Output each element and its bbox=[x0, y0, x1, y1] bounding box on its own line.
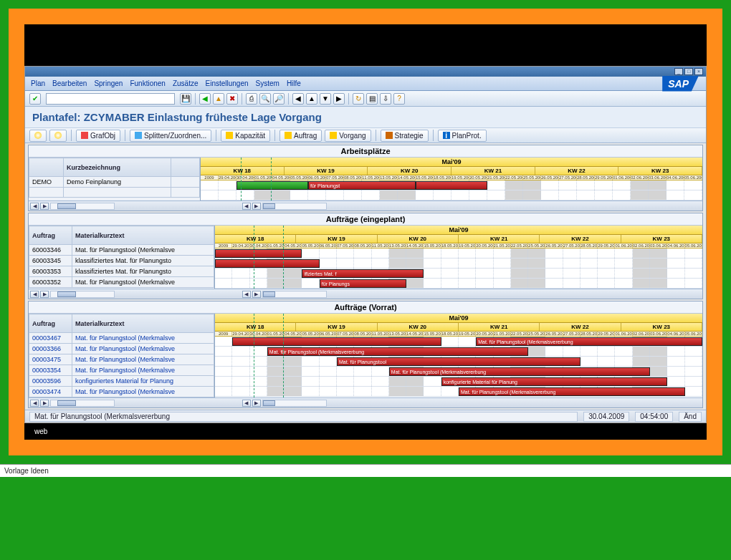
week-header: KW 18 bbox=[215, 323, 296, 331]
gantt-bar[interactable] bbox=[232, 337, 441, 346]
day-header: 06.05.2009 bbox=[308, 175, 326, 180]
timeline-row[interactable]: Mat. für Planungstool (Merkmalsvererbung bbox=[215, 337, 702, 347]
scroll-track2[interactable] bbox=[262, 203, 327, 210]
menu-zusaetze[interactable]: Zusätze bbox=[173, 79, 199, 87]
grafobj-button[interactable]: GrafObj bbox=[76, 130, 120, 142]
table-row[interactable]: 00003474Mat. für Planungstool (Merkmalsv… bbox=[29, 387, 214, 397]
scroll-left-icon[interactable]: ◀ bbox=[30, 203, 39, 210]
find-icon[interactable]: 🔍 bbox=[259, 93, 271, 105]
kapazitaet-button[interactable]: Kapazität bbox=[221, 130, 270, 142]
menu-hilfe[interactable]: Hilfe bbox=[287, 79, 301, 87]
col-blank[interactable] bbox=[29, 158, 64, 177]
gantt-bar[interactable]: für Planungst bbox=[308, 181, 416, 190]
day-header: 20.05.2009 bbox=[469, 175, 487, 180]
auftrag-button[interactable]: Auftrag bbox=[280, 130, 322, 142]
gantt-bar[interactable]: iflziertes Mat. f bbox=[302, 269, 424, 278]
table-row[interactable]: 00003596konfiguriertes Material für Plan… bbox=[29, 376, 214, 387]
col-auftrag[interactable]: Auftrag bbox=[29, 314, 72, 333]
gantt-bar[interactable] bbox=[215, 249, 302, 258]
minimize-button[interactable]: _ bbox=[674, 68, 683, 75]
app-toolbar: GrafObj Splitten/Zuordnen... Kapazität A… bbox=[25, 127, 706, 143]
help-icon[interactable]: ? bbox=[393, 93, 405, 105]
cancel-icon[interactable]: ✖ bbox=[226, 93, 238, 105]
planprot-button[interactable]: iPlanProt. bbox=[438, 130, 487, 142]
scroll-left-icon[interactable]: ◀ bbox=[30, 291, 39, 298]
maximize-button[interactable]: □ bbox=[684, 68, 693, 75]
strategie-button[interactable]: Strategie bbox=[381, 130, 429, 142]
table-row[interactable]: 00003354Mat. für Planungstool (Merkmalsv… bbox=[29, 365, 214, 376]
find-next-icon[interactable]: 🔎 bbox=[273, 93, 285, 105]
print-icon[interactable]: ⎙ bbox=[246, 93, 257, 105]
timeline-row[interactable]: Mat. für Planungstool (Merkmalsvererbung bbox=[215, 347, 702, 357]
table-row[interactable]: 00003467Mat. für Planungstool (Merkmalsv… bbox=[29, 333, 214, 344]
section-title: Aufträge (Vorrat) bbox=[29, 301, 702, 314]
close-button[interactable]: × bbox=[694, 68, 703, 75]
splitten-button[interactable]: Splitten/Zuordnen... bbox=[130, 130, 211, 142]
gantt-bar[interactable]: Mat. für Planungstool (Merkmalsvererbung bbox=[459, 387, 685, 396]
timeline-row[interactable] bbox=[215, 259, 702, 269]
gantt-bar[interactable]: Mat. für Planungstool (Merkmalsvererbung bbox=[389, 367, 650, 376]
exit-icon[interactable]: ▲ bbox=[213, 93, 224, 105]
check-icon[interactable]: ✔ bbox=[29, 93, 41, 105]
menu-springen[interactable]: Springen bbox=[94, 79, 123, 87]
col-material[interactable]: Materialkurztext bbox=[72, 314, 214, 333]
scroll-right-icon[interactable]: ▶ bbox=[40, 291, 49, 298]
table-row[interactable]: 60003345klassifiziertes Mat. für Planung… bbox=[29, 256, 214, 266]
section-auftraege-eingeplant: Aufträge (eingeplant) AuftragMaterialkur… bbox=[28, 213, 703, 299]
gantt-bar[interactable]: konfigurierte Material für Planung bbox=[441, 377, 668, 386]
week-header: KW 20 bbox=[378, 323, 459, 331]
export-icon[interactable]: ⇩ bbox=[380, 93, 391, 105]
back-icon[interactable]: ◀ bbox=[199, 93, 211, 105]
gantt-bar[interactable]: Mat. für Planungstool (Merkmalsvererbung bbox=[476, 337, 702, 346]
layout-icon[interactable]: ▤ bbox=[366, 93, 378, 105]
col-auftrag[interactable]: Auftrag bbox=[29, 226, 72, 245]
gantt-bar[interactable]: Mat. für Planungstool bbox=[337, 357, 580, 366]
day-header: 29.04.2009 bbox=[232, 332, 249, 336]
last-page-icon[interactable]: ▶ bbox=[333, 93, 345, 105]
gantt-bar[interactable] bbox=[416, 181, 487, 190]
menu-plan[interactable]: Plan bbox=[31, 79, 45, 87]
table-row[interactable]: 00003366Mat. für Planungstool (Merkmalsv… bbox=[29, 344, 214, 354]
timeline-row[interactable] bbox=[215, 248, 702, 259]
timeline-row[interactable] bbox=[201, 190, 702, 201]
menu-system[interactable]: System bbox=[256, 79, 280, 87]
timeline-row[interactable]: konfigurierte Material für Planung bbox=[215, 377, 702, 387]
day-header: 2009 bbox=[215, 332, 232, 336]
scroll-right-icon[interactable]: ▶ bbox=[40, 203, 49, 210]
gantt-bar[interactable]: für Planungs bbox=[320, 279, 406, 288]
menu-bearbeiten[interactable]: Bearbeiten bbox=[52, 79, 87, 87]
refresh-icon[interactable]: ↻ bbox=[353, 93, 364, 105]
scroll-track[interactable] bbox=[50, 203, 115, 210]
timeline-row[interactable]: für Planungs bbox=[215, 279, 702, 289]
table-row[interactable]: DEMODemo Feinplanung bbox=[29, 177, 200, 188]
vorgang-button[interactable]: Vorgang bbox=[325, 130, 371, 142]
table-row[interactable]: 60003353klassifiziertes Mat. für Planung… bbox=[29, 266, 214, 277]
gantt-bar[interactable] bbox=[236, 181, 308, 190]
day-header: 07.05.2009 bbox=[337, 332, 354, 336]
gantt-bar[interactable] bbox=[215, 259, 320, 268]
scroll-left2-icon[interactable]: ◀ bbox=[242, 203, 251, 210]
menu-einstellungen[interactable]: Einstellungen bbox=[205, 79, 248, 87]
day-header: 05.06.2009 bbox=[684, 175, 702, 180]
table-row[interactable]: 60003346Mat. für Planungstool (Merkmalsv… bbox=[29, 245, 214, 256]
timeline-row[interactable]: Mat. für Planungstool (Merkmalsvererbung bbox=[215, 387, 702, 397]
day-header: 02.06.2009 bbox=[633, 243, 650, 248]
first-page-icon[interactable]: ◀ bbox=[292, 93, 304, 105]
col-material[interactable]: Materialkurztext bbox=[72, 226, 214, 245]
table-row[interactable]: 60003352Mat. für Planungstool (Merkmalsv… bbox=[29, 277, 214, 288]
table-row[interactable]: 00003475Mat. für Planungstool (Merkmalsv… bbox=[29, 354, 214, 365]
timeline-row[interactable]: iflziertes Mat. f bbox=[215, 269, 702, 279]
scroll-right2-icon[interactable]: ▶ bbox=[252, 203, 261, 210]
prev-page-icon[interactable]: ▲ bbox=[306, 93, 317, 105]
gantt-bar[interactable]: Mat. für Planungstool (Merkmalsvererbung bbox=[267, 347, 528, 356]
menu-funktionen[interactable]: Funktionen bbox=[130, 79, 165, 87]
zoom-out-button[interactable] bbox=[49, 130, 67, 142]
timeline-row[interactable]: Mat. für Planungstool bbox=[215, 357, 702, 367]
command-field[interactable] bbox=[46, 93, 175, 105]
save-icon[interactable]: 💾 bbox=[180, 93, 191, 105]
timeline-row[interactable]: für Planungst bbox=[201, 180, 702, 190]
next-page-icon[interactable]: ▼ bbox=[320, 93, 331, 105]
zoom-in-button[interactable] bbox=[29, 130, 47, 142]
col-kurzbez[interactable]: Kurzbezeichnung bbox=[64, 158, 171, 177]
timeline-row[interactable]: Mat. für Planungstool (Merkmalsvererbung bbox=[215, 367, 702, 377]
